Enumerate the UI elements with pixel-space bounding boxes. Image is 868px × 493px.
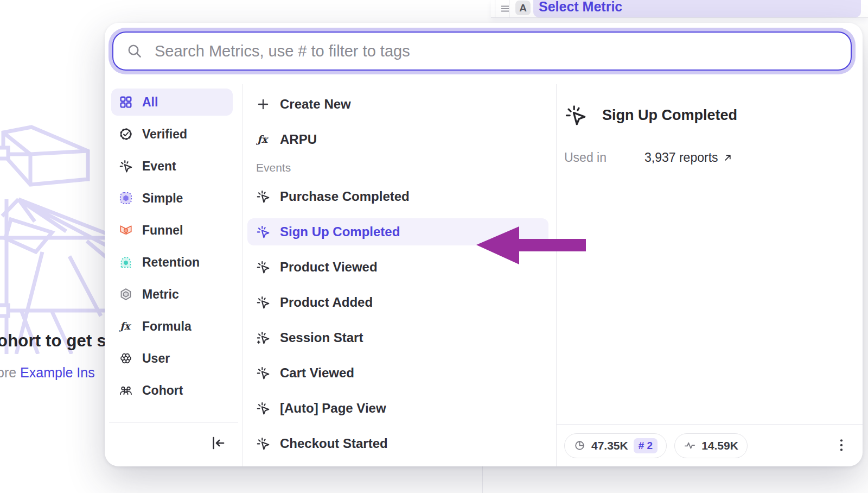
- list-item-label: ARPU: [280, 132, 317, 147]
- session-event-cursor-icon: [256, 331, 270, 345]
- metric-picker-modal: All Verified Event: [105, 23, 863, 466]
- event-cursor-icon: [256, 260, 270, 274]
- sidebar-item-label: Funnel: [142, 223, 183, 238]
- activity-pulse-icon: [684, 439, 696, 452]
- list-item-label: Cart Viewed: [280, 365, 354, 381]
- sidebar-item-metric[interactable]: Metric: [111, 281, 233, 308]
- list-item-arpu[interactable]: ƒx ARPU: [247, 126, 548, 153]
- user-cluster-icon: [119, 351, 133, 365]
- rank-badge: # 2: [634, 438, 658, 453]
- background-wireframe: [0, 121, 106, 354]
- used-in-label: Used in: [564, 150, 644, 165]
- sidebar-item-label: Cohort: [142, 383, 183, 398]
- reports-link[interactable]: 3,937 reports: [644, 150, 733, 165]
- list-item-label: Product Added: [280, 295, 373, 310]
- chip-value: 47.35K: [591, 439, 628, 452]
- background-link-prefix: ore: [0, 365, 16, 380]
- sidebar-item-simple[interactable]: Simple: [111, 185, 233, 212]
- sidebar-item-formula[interactable]: ƒx Formula: [111, 313, 233, 340]
- sidebar-item-label: Formula: [142, 319, 192, 334]
- list-item-label: Purchase Completed: [280, 189, 410, 204]
- sidebar-item-all[interactable]: All: [111, 89, 233, 116]
- create-new-button[interactable]: Create New: [247, 91, 548, 118]
- modal-body: All Verified Event: [105, 84, 863, 466]
- sidebar-item-label: User: [142, 351, 170, 366]
- divider: [109, 422, 238, 423]
- verified-badge-icon: [119, 127, 133, 141]
- search-focus-ring: [108, 28, 856, 74]
- list-item-label: [Auto] Page View: [280, 401, 386, 416]
- sidebar-item-funnel[interactable]: Funnel: [111, 217, 233, 244]
- sidebar-item-label: Retention: [142, 255, 200, 270]
- sidebar-item-label: Verified: [142, 127, 187, 142]
- chip-value: 14.59K: [701, 439, 738, 452]
- more-options-icon[interactable]: [834, 438, 848, 454]
- event-cursor-icon: [256, 225, 270, 239]
- detail-title: Sign Up Completed: [602, 107, 737, 124]
- list-item-label: Checkout Started: [280, 436, 388, 451]
- background-link-row: ore Example Ins: [0, 365, 95, 381]
- sidebar-item-verified[interactable]: Verified: [111, 121, 233, 148]
- sidebar-item-event[interactable]: Event: [111, 153, 233, 180]
- sidebar-item-label: Metric: [142, 287, 179, 302]
- sidebar-item-label: Event: [142, 159, 176, 174]
- event-cursor-icon: [256, 295, 270, 309]
- event-cursor-icon: [564, 104, 587, 127]
- sidebar-item-user[interactable]: User: [111, 345, 233, 372]
- metric-list: Create New ƒx ARPU Events Purchase Compl…: [243, 84, 556, 466]
- event-cursor-icon: [256, 437, 270, 451]
- simple-icon: [119, 191, 133, 205]
- pie-chart-icon: [573, 439, 586, 452]
- reports-link-text: 3,937 reports: [644, 150, 718, 165]
- list-item-event[interactable]: Purchase Completed: [247, 183, 548, 210]
- used-in-row: Used in 3,937 reports: [564, 150, 863, 165]
- event-cursor-icon: [256, 189, 270, 204]
- svg-text:ƒx: ƒx: [256, 134, 269, 145]
- search-input[interactable]: [154, 42, 845, 61]
- events-section-label: Events: [256, 161, 548, 174]
- list-item-event[interactable]: Product Added: [247, 289, 548, 316]
- search-icon: [126, 43, 143, 59]
- report-count-chip[interactable]: 47.35K # 2: [564, 433, 667, 458]
- cohort-people-icon: [119, 383, 133, 397]
- formula-fx-icon: ƒx: [119, 319, 133, 333]
- list-item-label: Product Viewed: [280, 260, 378, 275]
- metric-header-row: A Select Metric: [491, 0, 868, 18]
- event-cursor-icon: [256, 401, 270, 415]
- list-item-event[interactable]: Product Viewed: [247, 254, 548, 281]
- list-item-event-selected[interactable]: Sign Up Completed: [247, 218, 548, 245]
- background-heading: ohort to get s: [0, 331, 106, 351]
- sidebar-item-label: Simple: [142, 191, 183, 206]
- metric-letter-badge: A: [515, 1, 531, 15]
- select-metric-label[interactable]: Select Metric: [539, 0, 622, 15]
- sidebar-item-label: All: [142, 95, 158, 110]
- divider: [495, 0, 495, 17]
- filter-sidebar: All Verified Event: [105, 84, 242, 466]
- metric-hexagon-icon: [119, 287, 133, 301]
- list-item-label: Sign Up Completed: [280, 224, 400, 239]
- event-cursor-icon: [256, 366, 270, 380]
- external-arrow-icon: [723, 153, 733, 163]
- funnel-icon: [119, 223, 133, 237]
- detail-header: Sign Up Completed: [564, 104, 863, 127]
- list-item-label: Session Start: [280, 330, 363, 345]
- drag-handle-icon[interactable]: [500, 3, 510, 14]
- collapse-sidebar-icon[interactable]: [208, 434, 226, 452]
- list-item-event[interactable]: [Auto] Page View: [247, 395, 548, 422]
- sidebar-item-retention[interactable]: Retention: [111, 249, 233, 276]
- sidebar-item-cohort[interactable]: Cohort: [111, 377, 233, 404]
- event-cursor-icon: [119, 159, 133, 173]
- divider: [482, 466, 483, 493]
- svg-text:ƒx: ƒx: [119, 320, 132, 332]
- list-item-event[interactable]: Cart Viewed: [247, 359, 548, 387]
- metric-detail-panel: Sign Up Completed Used in 3,937 reports: [557, 84, 863, 466]
- list-item-event[interactable]: Checkout Started: [247, 430, 548, 457]
- list-item-event[interactable]: Session Start: [247, 324, 548, 351]
- activity-count-chip[interactable]: 14.59K: [674, 433, 748, 458]
- formula-fx-icon: ƒx: [256, 132, 270, 147]
- grid-icon: [119, 95, 133, 109]
- plus-icon: [256, 97, 270, 111]
- example-insights-link[interactable]: Example Ins: [20, 365, 95, 380]
- create-new-label: Create New: [280, 97, 351, 112]
- search-field[interactable]: [112, 31, 852, 71]
